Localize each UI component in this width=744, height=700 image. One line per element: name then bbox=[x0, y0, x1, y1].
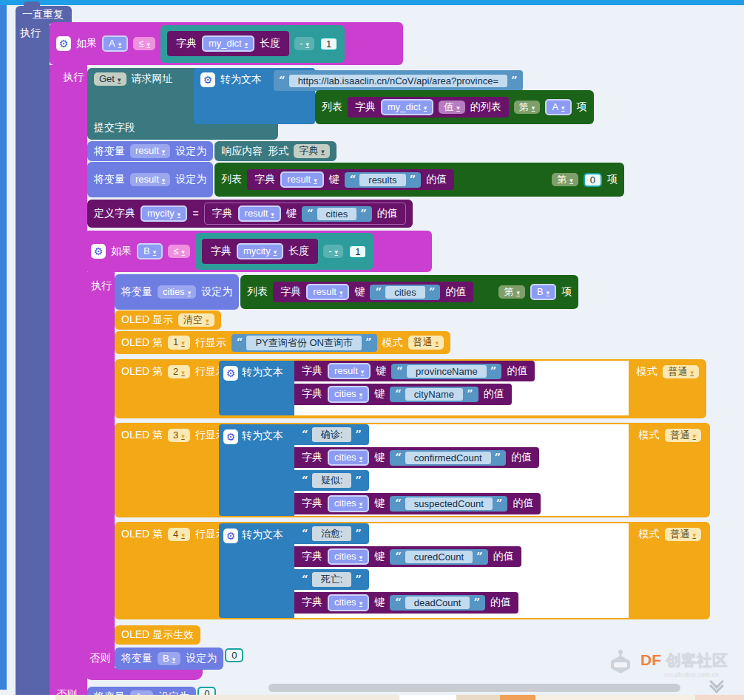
display-string-value[interactable]: PY查询省份 ON查询市 bbox=[246, 336, 361, 350]
forever-loop-hat[interactable]: 一直重复 bbox=[16, 6, 72, 24]
dict-dropdown[interactable]: cities bbox=[328, 548, 369, 565]
oled-line2-block[interactable]: OLED 第 2 行显示 转为文本 字典 result 键 provinceNa… bbox=[115, 359, 706, 418]
key-string-block[interactable]: cities bbox=[370, 285, 440, 300]
oled-line3-block[interactable]: OLED 第 3 行显示 转为文本 确诊: 字典 cities 键 confir… bbox=[115, 423, 710, 517]
index-number-block[interactable]: 0 bbox=[584, 173, 602, 187]
dict-values-list-block[interactable]: 字典 my_dict 值 的列表 bbox=[348, 97, 509, 118]
if2-block-bottom[interactable] bbox=[84, 668, 203, 680]
dict-dropdown[interactable]: cities bbox=[328, 386, 369, 402]
list-nth-item-block[interactable]: 列表 字典 result 键 results 的值 第 0 项 bbox=[214, 163, 624, 197]
index-variable-dropdown[interactable]: A bbox=[545, 99, 571, 115]
set-variable-block[interactable]: 将变量 result 设定为 bbox=[87, 141, 213, 161]
variable-dropdown[interactable]: result bbox=[130, 144, 170, 157]
clear-mode-dropdown[interactable]: 清空 bbox=[178, 313, 214, 327]
number-block[interactable]: 1 bbox=[319, 37, 338, 51]
blockly-workspace[interactable]: 一直重复 执行 如果 A ≤ 字典 my_dict 长度 - 1 执行 否则 G… bbox=[0, 0, 744, 700]
text-string-block[interactable]: 确诊: bbox=[294, 424, 369, 445]
key-string-block[interactable]: cityName bbox=[390, 387, 478, 402]
if2-block-body[interactable]: 执行 否则 bbox=[84, 272, 115, 668]
key-string-block[interactable]: confirmedCount bbox=[390, 450, 506, 466]
compare-op-dropdown[interactable]: ≤ bbox=[133, 37, 155, 50]
url-string-block[interactable]: https://lab.isaaclin.cn/nCoV/api/area?pr… bbox=[274, 70, 523, 91]
dict-dropdown[interactable]: cities bbox=[328, 449, 369, 466]
key-string-block[interactable]: results bbox=[345, 172, 422, 188]
dict-dropdown[interactable]: result bbox=[306, 284, 349, 300]
oled-line1-block[interactable]: OLED 第 1 行显示 PY查询省份 ON查询市 模式 普通 bbox=[115, 331, 450, 354]
mutator-gear-icon[interactable] bbox=[200, 72, 215, 87]
dict-get-value-block[interactable]: 字典 result 键 results 的值 bbox=[247, 169, 454, 190]
dict-dropdown[interactable]: result bbox=[280, 171, 323, 188]
dict-length-block[interactable]: 字典 my_dict 长度 bbox=[167, 31, 289, 56]
arithmetic-block[interactable]: 字典 my_dict 长度 - 1 bbox=[160, 25, 345, 63]
key-string-value[interactable]: curedCount bbox=[405, 551, 473, 563]
if1-block-header[interactable]: 如果 A ≤ 字典 my_dict 长度 - 1 bbox=[50, 22, 403, 65]
dict-get-value-block[interactable]: 字典 cities 键 curedCount 的值 bbox=[294, 546, 521, 567]
dict-dropdown[interactable]: result bbox=[238, 205, 281, 222]
dict-dropdown[interactable]: my_dict bbox=[202, 35, 254, 52]
dict-dropdown[interactable]: cities bbox=[328, 594, 369, 611]
operator-dropdown[interactable]: - bbox=[323, 245, 343, 258]
key-string-value[interactable]: cities bbox=[317, 208, 357, 220]
set-variable-block[interactable]: 将变量 B 设定为 bbox=[115, 648, 223, 670]
key-string-block[interactable]: cities bbox=[302, 206, 372, 222]
variable-a-dropdown[interactable]: A bbox=[102, 35, 128, 52]
mutator-gear-icon[interactable] bbox=[223, 366, 238, 381]
set-variable-block[interactable]: 将变量 cities 设定为 bbox=[115, 274, 239, 310]
variable-b-dropdown[interactable]: B bbox=[137, 243, 163, 259]
text-string-value[interactable]: 疑似: bbox=[312, 473, 352, 488]
values-dropdown[interactable]: 值 bbox=[439, 101, 465, 114]
list-nth-item-block[interactable]: 列表 字典 my_dict 值 的列表 第 A 项 bbox=[315, 90, 594, 124]
nth-dropdown[interactable]: 第 bbox=[552, 173, 578, 186]
mode-dropdown[interactable]: 普通 bbox=[408, 336, 444, 349]
define-dict-block[interactable]: 定义字典 mycity = 字典 result 键 cities 的值 bbox=[87, 200, 413, 228]
oled-line4-block[interactable]: OLED 第 4 行显示 转为文本 治愈: 字典 cities 键 curedC… bbox=[115, 522, 710, 619]
dict-dropdown[interactable]: mycity bbox=[237, 243, 283, 259]
format-type-dropdown[interactable]: 字典 bbox=[294, 144, 330, 157]
key-string-value[interactable]: confirmedCount bbox=[405, 452, 491, 464]
key-string-value[interactable]: cities bbox=[385, 286, 425, 299]
mutator-gear-icon[interactable] bbox=[56, 36, 71, 51]
dict-length-block[interactable]: 字典 mycity 长度 bbox=[202, 239, 318, 264]
mode-dropdown[interactable]: 普通 bbox=[665, 528, 701, 541]
text-string-value[interactable]: 确诊: bbox=[312, 427, 352, 442]
key-string-block[interactable]: provinceName bbox=[391, 364, 501, 379]
variable-dropdown[interactable]: result bbox=[130, 173, 170, 186]
dict-get-value-block[interactable]: 字典 result 键 provinceName 的值 bbox=[294, 361, 535, 381]
dict-dropdown[interactable]: my_dict bbox=[381, 99, 433, 115]
key-string-value[interactable]: suspectedCount bbox=[405, 497, 493, 510]
line-number-dropdown[interactable]: 1 bbox=[168, 336, 190, 349]
dict-dropdown[interactable]: result bbox=[328, 363, 371, 379]
index-variable-dropdown[interactable]: B bbox=[530, 284, 556, 300]
key-string-block[interactable]: deadCount bbox=[390, 595, 485, 611]
oled-clear-block[interactable]: OLED 显示 清空 bbox=[115, 310, 221, 330]
key-string-value[interactable]: cityName bbox=[405, 388, 463, 401]
mutator-gear-icon[interactable] bbox=[223, 429, 238, 444]
to-text-block[interactable]: 转为文本 bbox=[219, 523, 294, 618]
mutator-gear-icon[interactable] bbox=[91, 244, 106, 259]
key-string-value[interactable]: provinceName bbox=[407, 365, 487, 378]
line-number-dropdown[interactable]: 3 bbox=[168, 429, 190, 442]
variable-dropdown[interactable]: B bbox=[158, 652, 180, 665]
horizontal-scrollbar[interactable] bbox=[268, 684, 680, 692]
to-text-block[interactable]: 转为文本 bbox=[219, 361, 294, 415]
dict-get-value-block[interactable]: 字典 cities 键 deadCount 的值 bbox=[294, 592, 518, 613]
dict-dropdown[interactable]: cities bbox=[328, 495, 369, 512]
http-method-dropdown[interactable]: Get bbox=[94, 72, 126, 86]
arithmetic-block[interactable]: 字典 mycity 长度 - 1 bbox=[195, 233, 373, 270]
number-block[interactable]: 1 bbox=[348, 245, 367, 259]
text-string-value[interactable]: 治愈: bbox=[312, 526, 352, 541]
operator-dropdown[interactable]: - bbox=[294, 37, 314, 50]
dict-get-value-block[interactable]: 字典 result 键 cities 的值 bbox=[204, 203, 406, 225]
key-string-block[interactable]: curedCount bbox=[390, 549, 488, 565]
line-number-dropdown[interactable]: 2 bbox=[168, 365, 190, 378]
line-number-dropdown[interactable]: 4 bbox=[168, 528, 190, 541]
dict-name-dropdown[interactable]: mycity bbox=[141, 205, 187, 222]
nth-dropdown[interactable]: 第 bbox=[498, 285, 525, 299]
key-string-value[interactable]: deadCount bbox=[405, 597, 470, 609]
variable-dropdown[interactable]: cities bbox=[158, 285, 196, 299]
mode-dropdown[interactable]: 普通 bbox=[663, 365, 699, 378]
list-nth-item-block[interactable]: 列表 字典 result 键 cities 的值 第 B 项 bbox=[240, 275, 578, 309]
dict-get-value-block[interactable]: 字典 cities 键 cityName 的值 bbox=[294, 384, 512, 404]
text-string-block[interactable]: 治愈: bbox=[294, 523, 369, 544]
url-string-value[interactable]: https://lab.isaaclin.cn/nCoV/api/area?pr… bbox=[289, 75, 507, 87]
